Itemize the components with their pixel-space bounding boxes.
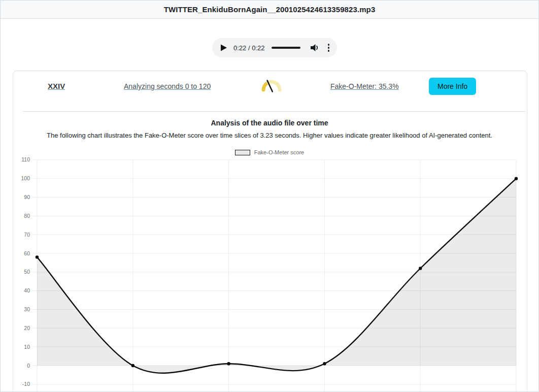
svg-text:80: 80 [24,213,30,219]
svg-text:60: 60 [24,250,30,256]
svg-text:30: 30 [24,306,30,312]
svg-text:70: 70 [24,232,30,238]
chart-title: Analysis of the audio file over time [1,119,538,127]
legend-label: Fake-O-Meter score [254,149,304,155]
audio-menu-icon[interactable] [326,42,331,53]
more-info-button[interactable]: More Info [429,78,476,95]
audio-player[interactable]: 0:22 / 0:22 [212,38,337,57]
verse-link[interactable]: XXIV [48,82,65,90]
chart-subtitle: The following chart illustrates the Fake… [1,132,538,139]
svg-text:40: 40 [24,287,30,293]
page-title: TWITTER_EnkiduBornAgain__200102542461335… [164,5,376,14]
fake-o-meter-link[interactable]: Fake-O-Meter: 35.3% [330,82,399,90]
svg-text:90: 90 [24,194,30,200]
svg-text:50: 50 [24,269,30,275]
legend-swatch [235,150,250,155]
svg-text:0: 0 [27,363,30,369]
audio-time-display: 0:22 / 0:22 [233,44,264,52]
svg-text:110: 110 [21,156,30,162]
fake-o-meter-chart-canvas[interactable]: -100102030405060708090100110 [1,156,539,392]
gauge-icon [260,77,284,96]
analyzing-range-link[interactable]: Analyzing seconds 0 to 120 [124,82,211,90]
play-icon[interactable] [220,44,227,51]
svg-text:100: 100 [21,175,30,181]
svg-text:10: 10 [24,344,30,350]
card-divider [23,111,525,112]
page: TWITTER_EnkiduBornAgain__200102542461335… [0,0,539,392]
svg-text:-10: -10 [22,381,30,387]
chart-legend-item[interactable]: Fake-O-Meter score [1,149,538,155]
audio-seek-bar[interactable] [272,47,300,49]
title-bar: TWITTER_EnkiduBornAgain__200102542461335… [1,1,538,19]
volume-icon[interactable] [310,43,319,52]
svg-text:20: 20 [24,325,30,331]
